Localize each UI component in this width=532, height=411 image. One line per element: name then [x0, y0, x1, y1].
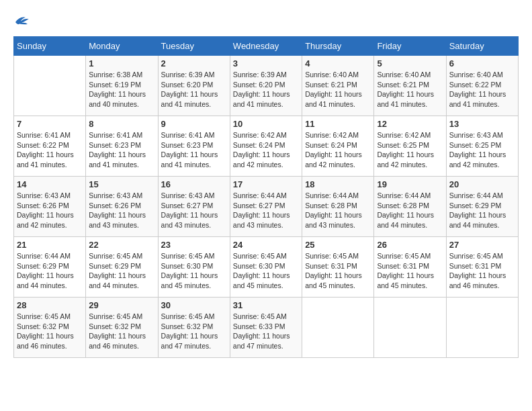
- day-info: Sunrise: 6:40 AMSunset: 6:22 PMDaylight:…: [449, 70, 515, 109]
- weekday-header-monday: Monday: [86, 37, 158, 56]
- day-number: 21: [17, 240, 83, 250]
- calendar-cell: 9Sunrise: 6:41 AMSunset: 6:23 PMDaylight…: [158, 116, 230, 177]
- day-number: 16: [161, 179, 227, 189]
- calendar-cell: 31Sunrise: 6:45 AMSunset: 6:33 PMDayligh…: [230, 298, 302, 358]
- calendar-cell: 21Sunrise: 6:44 AMSunset: 6:29 PMDayligh…: [14, 237, 86, 298]
- day-number: 29: [89, 300, 154, 310]
- day-info: Sunrise: 6:42 AMSunset: 6:25 PMDaylight:…: [377, 130, 443, 170]
- day-info: Sunrise: 6:40 AMSunset: 6:21 PMDaylight:…: [377, 70, 443, 109]
- day-info: Sunrise: 6:44 AMSunset: 6:28 PMDaylight:…: [377, 191, 443, 230]
- day-number: 2: [161, 58, 227, 68]
- calendar-week-5: 28Sunrise: 6:45 AMSunset: 6:32 PMDayligh…: [14, 298, 519, 358]
- weekday-header-friday: Friday: [374, 37, 446, 56]
- day-number: 3: [233, 58, 299, 68]
- weekday-header-row: SundayMondayTuesdayWednesdayThursdayFrid…: [14, 37, 519, 56]
- day-info: Sunrise: 6:45 AMSunset: 6:32 PMDaylight:…: [17, 312, 83, 351]
- calendar-table: SundayMondayTuesdayWednesdayThursdayFrid…: [13, 36, 519, 358]
- calendar-cell: 4Sunrise: 6:40 AMSunset: 6:21 PMDaylight…: [302, 56, 374, 116]
- calendar-cell: 22Sunrise: 6:45 AMSunset: 6:29 PMDayligh…: [86, 237, 158, 298]
- calendar-cell: 26Sunrise: 6:45 AMSunset: 6:31 PMDayligh…: [374, 237, 446, 298]
- weekday-header-wednesday: Wednesday: [230, 37, 302, 56]
- calendar-cell: 8Sunrise: 6:41 AMSunset: 6:23 PMDaylight…: [86, 116, 158, 177]
- calendar-body: 1Sunrise: 6:38 AMSunset: 6:19 PMDaylight…: [14, 56, 519, 358]
- calendar-week-2: 7Sunrise: 6:41 AMSunset: 6:22 PMDaylight…: [14, 116, 519, 177]
- day-number: 14: [17, 179, 83, 189]
- day-info: Sunrise: 6:45 AMSunset: 6:32 PMDaylight:…: [89, 312, 154, 351]
- calendar-cell: 14Sunrise: 6:43 AMSunset: 6:26 PMDayligh…: [14, 177, 86, 237]
- day-info: Sunrise: 6:39 AMSunset: 6:20 PMDaylight:…: [233, 70, 299, 109]
- calendar-week-4: 21Sunrise: 6:44 AMSunset: 6:29 PMDayligh…: [14, 237, 519, 298]
- weekday-header-sunday: Sunday: [14, 37, 86, 56]
- day-info: Sunrise: 6:45 AMSunset: 6:31 PMDaylight:…: [305, 251, 371, 291]
- day-number: 23: [161, 240, 227, 250]
- day-info: Sunrise: 6:45 AMSunset: 6:31 PMDaylight:…: [449, 251, 515, 291]
- day-info: Sunrise: 6:44 AMSunset: 6:28 PMDaylight:…: [305, 191, 371, 230]
- calendar-cell: 24Sunrise: 6:45 AMSunset: 6:30 PMDayligh…: [230, 237, 302, 298]
- calendar-cell: 18Sunrise: 6:44 AMSunset: 6:28 PMDayligh…: [302, 177, 374, 237]
- day-number: 7: [17, 119, 83, 129]
- calendar-cell: 15Sunrise: 6:43 AMSunset: 6:26 PMDayligh…: [86, 177, 158, 237]
- day-info: Sunrise: 6:45 AMSunset: 6:30 PMDaylight:…: [233, 251, 299, 291]
- calendar-cell: 28Sunrise: 6:45 AMSunset: 6:32 PMDayligh…: [14, 298, 86, 358]
- calendar-cell: [374, 298, 446, 358]
- day-info: Sunrise: 6:40 AMSunset: 6:21 PMDaylight:…: [305, 70, 371, 109]
- day-info: Sunrise: 6:41 AMSunset: 6:22 PMDaylight:…: [17, 130, 83, 170]
- day-info: Sunrise: 6:41 AMSunset: 6:23 PMDaylight:…: [161, 130, 227, 170]
- calendar-cell: [446, 298, 518, 358]
- day-info: Sunrise: 6:43 AMSunset: 6:26 PMDaylight:…: [89, 191, 154, 230]
- day-number: 9: [161, 119, 227, 129]
- day-number: 24: [233, 240, 299, 250]
- day-info: Sunrise: 6:42 AMSunset: 6:24 PMDaylight:…: [305, 130, 371, 170]
- day-info: Sunrise: 6:45 AMSunset: 6:29 PMDaylight:…: [89, 251, 154, 291]
- day-number: 17: [233, 179, 299, 189]
- calendar-cell: [14, 56, 86, 116]
- day-info: Sunrise: 6:43 AMSunset: 6:26 PMDaylight:…: [17, 191, 83, 230]
- day-info: Sunrise: 6:45 AMSunset: 6:30 PMDaylight:…: [161, 251, 227, 291]
- calendar-cell: 25Sunrise: 6:45 AMSunset: 6:31 PMDayligh…: [302, 237, 374, 298]
- day-info: Sunrise: 6:43 AMSunset: 6:27 PMDaylight:…: [161, 191, 227, 230]
- day-number: 27: [449, 240, 515, 250]
- day-info: Sunrise: 6:44 AMSunset: 6:29 PMDaylight:…: [449, 191, 515, 230]
- weekday-header-saturday: Saturday: [446, 37, 518, 56]
- calendar-cell: 23Sunrise: 6:45 AMSunset: 6:30 PMDayligh…: [158, 237, 230, 298]
- page-header: [13, 13, 519, 30]
- day-number: 15: [89, 179, 154, 189]
- day-info: Sunrise: 6:44 AMSunset: 6:29 PMDaylight:…: [17, 251, 83, 291]
- day-number: 8: [89, 119, 154, 129]
- day-number: 22: [89, 240, 154, 250]
- logo: [13, 13, 32, 30]
- calendar-cell: 19Sunrise: 6:44 AMSunset: 6:28 PMDayligh…: [374, 177, 446, 237]
- day-number: 10: [233, 119, 299, 129]
- day-number: 12: [377, 119, 443, 129]
- calendar-cell: [302, 298, 374, 358]
- calendar-cell: 2Sunrise: 6:39 AMSunset: 6:20 PMDaylight…: [158, 56, 230, 116]
- calendar-cell: 30Sunrise: 6:45 AMSunset: 6:32 PMDayligh…: [158, 298, 230, 358]
- calendar-cell: 11Sunrise: 6:42 AMSunset: 6:24 PMDayligh…: [302, 116, 374, 177]
- calendar-week-1: 1Sunrise: 6:38 AMSunset: 6:19 PMDaylight…: [14, 56, 519, 116]
- day-number: 5: [377, 58, 443, 68]
- calendar-cell: 3Sunrise: 6:39 AMSunset: 6:20 PMDaylight…: [230, 56, 302, 116]
- day-info: Sunrise: 6:39 AMSunset: 6:20 PMDaylight:…: [161, 70, 227, 109]
- calendar-cell: 27Sunrise: 6:45 AMSunset: 6:31 PMDayligh…: [446, 237, 518, 298]
- day-number: 4: [305, 58, 371, 68]
- calendar-cell: 17Sunrise: 6:44 AMSunset: 6:27 PMDayligh…: [230, 177, 302, 237]
- calendar-week-3: 14Sunrise: 6:43 AMSunset: 6:26 PMDayligh…: [14, 177, 519, 237]
- day-info: Sunrise: 6:38 AMSunset: 6:19 PMDaylight:…: [89, 70, 154, 109]
- day-info: Sunrise: 6:44 AMSunset: 6:27 PMDaylight:…: [233, 191, 299, 230]
- day-number: 11: [305, 119, 371, 129]
- day-number: 30: [161, 300, 227, 310]
- day-number: 19: [377, 179, 443, 189]
- weekday-header-tuesday: Tuesday: [158, 37, 230, 56]
- day-info: Sunrise: 6:45 AMSunset: 6:31 PMDaylight:…: [377, 251, 443, 291]
- calendar-cell: 6Sunrise: 6:40 AMSunset: 6:22 PMDaylight…: [446, 56, 518, 116]
- day-number: 31: [233, 300, 299, 310]
- day-number: 26: [377, 240, 443, 250]
- day-info: Sunrise: 6:41 AMSunset: 6:23 PMDaylight:…: [89, 130, 154, 170]
- calendar-cell: 1Sunrise: 6:38 AMSunset: 6:19 PMDaylight…: [86, 56, 158, 116]
- day-number: 13: [449, 119, 515, 129]
- calendar-cell: 12Sunrise: 6:42 AMSunset: 6:25 PMDayligh…: [374, 116, 446, 177]
- day-number: 28: [17, 300, 83, 310]
- calendar-cell: 16Sunrise: 6:43 AMSunset: 6:27 PMDayligh…: [158, 177, 230, 237]
- calendar-cell: 7Sunrise: 6:41 AMSunset: 6:22 PMDaylight…: [14, 116, 86, 177]
- weekday-header-thursday: Thursday: [302, 37, 374, 56]
